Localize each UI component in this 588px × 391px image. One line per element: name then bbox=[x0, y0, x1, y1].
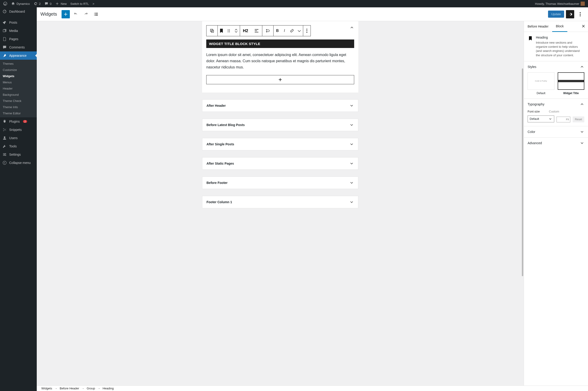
panel-typography-toggle[interactable]: Typography bbox=[524, 99, 588, 110]
tab-area[interactable]: Before Header bbox=[524, 21, 552, 31]
widget-area-collapsed[interactable]: After Single Posts bbox=[202, 138, 358, 150]
widget-area-collapsed[interactable]: Footer Column 1 bbox=[202, 196, 358, 208]
user-greeting[interactable]: Howdy, Thomas Weichselbaumer bbox=[533, 0, 587, 7]
crumb-item[interactable]: Widgets bbox=[41, 387, 52, 390]
undo-button[interactable] bbox=[72, 10, 80, 18]
widget-area-collapsed[interactable]: Before Footer bbox=[202, 177, 358, 189]
reset-button[interactable]: Reset bbox=[573, 116, 584, 122]
style-default[interactable]: Code is Poetry Default bbox=[528, 72, 555, 95]
crumb-item[interactable]: Heading bbox=[103, 387, 114, 390]
sidebar-item-users[interactable]: Users bbox=[0, 134, 37, 142]
wp-logo[interactable] bbox=[1, 0, 9, 7]
italic-button[interactable]: I bbox=[281, 25, 288, 36]
panel-color-toggle[interactable]: Color bbox=[524, 126, 588, 137]
updates[interactable]: 2 bbox=[32, 0, 42, 7]
block-options-button[interactable] bbox=[303, 25, 311, 36]
font-size-label: Font size bbox=[528, 110, 540, 113]
chevron-up-icon[interactable] bbox=[350, 25, 354, 30]
sidebar-item-media[interactable]: Media bbox=[0, 27, 37, 35]
sidebar-item-plugins[interactable]: Plugins 2 bbox=[0, 117, 37, 126]
paragraph-block[interactable]: Lorem ipsum dolor sit amet, consectetuer… bbox=[206, 52, 354, 71]
list-view-button[interactable] bbox=[92, 10, 100, 18]
panel-advanced-toggle[interactable]: Advanced bbox=[524, 138, 588, 149]
area-title: Before Latest Blog Posts bbox=[207, 123, 245, 127]
chevron-down-icon bbox=[349, 161, 354, 166]
sub-header[interactable]: Header bbox=[0, 86, 37, 92]
crumb-separator: → bbox=[54, 387, 57, 390]
panel-styles: Styles Code is Poetry Default bbox=[524, 61, 588, 99]
tab-block[interactable]: Block bbox=[552, 21, 567, 32]
crumb-item[interactable]: Before Header bbox=[60, 387, 79, 390]
sidebar-item-tools[interactable]: Tools bbox=[0, 142, 37, 150]
bold-button[interactable]: B bbox=[274, 25, 281, 36]
area-title: After Single Posts bbox=[207, 142, 234, 146]
bookmark-icon bbox=[528, 36, 533, 41]
sub-background[interactable]: Background bbox=[0, 92, 37, 98]
svg-point-9 bbox=[4, 154, 4, 155]
more-formatting-button[interactable] bbox=[296, 25, 303, 36]
sub-widgets[interactable]: Widgets bbox=[0, 73, 37, 79]
update-button[interactable]: Update bbox=[548, 10, 564, 18]
scrollbar[interactable] bbox=[521, 21, 524, 386]
pin-icon bbox=[2, 20, 7, 25]
svg-rect-13 bbox=[211, 30, 214, 32]
sub-theme-editor[interactable]: Theme Editor bbox=[0, 110, 37, 116]
block-type-button[interactable] bbox=[218, 25, 225, 36]
drag-handle[interactable] bbox=[225, 25, 233, 36]
heading-block[interactable]: WIDGET TITLE BLOCK STYLE bbox=[206, 39, 354, 48]
block-info: Heading Introduce new sections and organ… bbox=[524, 32, 588, 61]
align-button[interactable] bbox=[251, 25, 262, 36]
appearance-submenu: Themes Customize Widgets Menus Header Ba… bbox=[0, 60, 37, 117]
transform-button[interactable] bbox=[262, 25, 273, 36]
sub-menus[interactable]: Menus bbox=[0, 79, 37, 86]
area-title: After Header bbox=[207, 104, 226, 107]
panel-styles-toggle[interactable]: Styles bbox=[524, 61, 588, 72]
site-name-label: Dynamico bbox=[16, 2, 30, 5]
select-parent-button[interactable] bbox=[207, 25, 218, 36]
options-button[interactable] bbox=[576, 10, 584, 18]
admin-sidebar: Dashboard Posts Media Pages Comments A bbox=[0, 7, 37, 391]
block-appender[interactable] bbox=[206, 75, 354, 84]
sidebar-item-dashboard[interactable]: Dashboard bbox=[0, 7, 37, 16]
chevron-down-icon bbox=[549, 117, 552, 121]
custom-size-input[interactable] bbox=[557, 117, 570, 122]
crumb-item[interactable]: Group bbox=[87, 387, 95, 390]
link-button[interactable] bbox=[288, 25, 296, 36]
style-widget-title-label: Widget Title bbox=[558, 92, 585, 95]
adminbar-arrow[interactable]: > bbox=[91, 0, 96, 7]
heading-level-button[interactable]: H2 bbox=[240, 25, 251, 36]
editor-canvas[interactable]: Before Header bbox=[37, 21, 524, 386]
font-size-select[interactable]: Default bbox=[528, 115, 554, 122]
redo-button[interactable] bbox=[82, 10, 90, 18]
add-block-button[interactable] bbox=[62, 10, 70, 18]
comment-icon bbox=[2, 45, 7, 50]
widget-area-collapsed[interactable]: After Header bbox=[202, 99, 358, 112]
switch-rtl[interactable]: Switch to RTL bbox=[68, 0, 91, 7]
svg-text:I: I bbox=[284, 29, 285, 33]
comments-bar[interactable]: 0 bbox=[42, 0, 53, 7]
sidebar-item-appearance[interactable]: Appearance bbox=[0, 51, 37, 60]
sidebar-item-posts[interactable]: Posts bbox=[0, 18, 37, 27]
close-inspector-button[interactable] bbox=[581, 24, 586, 28]
svg-point-10 bbox=[5, 155, 6, 156]
sub-customize[interactable]: Customize bbox=[0, 67, 37, 73]
sidebar-item-comments[interactable]: Comments bbox=[0, 43, 37, 51]
sidebar-item-pages[interactable]: Pages bbox=[0, 35, 37, 43]
settings-button[interactable] bbox=[566, 10, 574, 18]
sidebar-item-snippets[interactable]: Snippets bbox=[0, 126, 37, 134]
sidebar-collapse[interactable]: Collapse menu bbox=[0, 159, 37, 167]
style-widget-title[interactable]: Widget Title bbox=[558, 72, 585, 95]
svg-point-14 bbox=[228, 29, 229, 30]
sub-theme-check[interactable]: Theme Check bbox=[0, 98, 37, 104]
comments-count: 0 bbox=[50, 2, 51, 5]
sidebar-item-settings[interactable]: Settings bbox=[0, 150, 37, 159]
move-button[interactable] bbox=[233, 25, 240, 36]
widget-area-collapsed[interactable]: Before Latest Blog Posts bbox=[202, 119, 358, 131]
new-content[interactable]: New bbox=[53, 0, 68, 7]
site-name[interactable]: Dynamico bbox=[9, 0, 32, 7]
widget-area-collapsed[interactable]: After Static Pages bbox=[202, 157, 358, 170]
breadcrumb: Widgets→Before Header→Group→Heading bbox=[37, 386, 588, 391]
svg-point-18 bbox=[228, 32, 229, 32]
sub-theme-info[interactable]: Theme Info bbox=[0, 104, 37, 110]
sub-themes[interactable]: Themes bbox=[0, 61, 37, 67]
